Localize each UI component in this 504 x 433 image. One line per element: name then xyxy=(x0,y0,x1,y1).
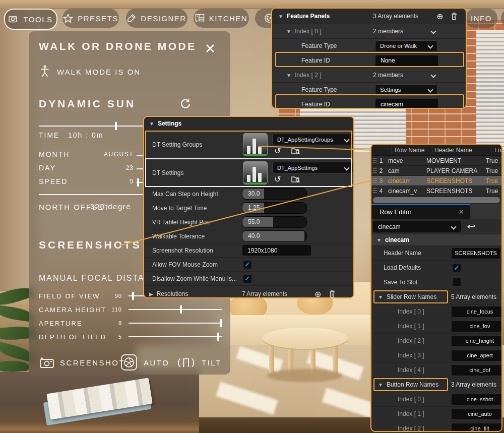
number-input[interactable]: 55.0 xyxy=(242,216,307,228)
expand-triangle-icon[interactable]: ▼ xyxy=(378,382,383,388)
feature-type-dropdown[interactable]: Settings xyxy=(375,84,437,96)
drag-handle-icon[interactable] xyxy=(373,177,376,184)
feature-id-input[interactable]: None xyxy=(375,55,438,67)
use-selected-asset-icon[interactable]: ↺ xyxy=(274,146,281,156)
feature-id-row: Feature ID None xyxy=(272,53,466,68)
cell-row-name: move xyxy=(386,157,426,164)
slider-row-names-row[interactable]: ▼ Slider Row Names 5 Array elements xyxy=(371,290,501,304)
text-input[interactable]: cine_dof xyxy=(451,364,502,376)
row-select-dropdown[interactable]: cinecam xyxy=(373,221,461,232)
browse-asset-icon[interactable] xyxy=(291,175,300,184)
designer-button[interactable]: DESIGNER xyxy=(126,9,187,28)
settings-field-row: VR Tablet Height Pos 55.0 xyxy=(144,215,353,229)
field-label: Allow FOV Mouse Zoom xyxy=(152,261,218,268)
auto-button[interactable] xyxy=(120,354,138,373)
orange-highlight-frame: ▼ Slider Row Names xyxy=(373,290,448,303)
text-input[interactable]: cine_fov xyxy=(451,321,502,332)
column-header-header-name[interactable]: Header Name xyxy=(432,147,491,154)
feature-type-dropdown[interactable]: Drone or Walk xyxy=(375,40,437,52)
trash-icon[interactable] xyxy=(451,12,458,22)
add-element-icon[interactable]: ⊕ xyxy=(436,12,443,21)
checkbox-checked[interactable]: ✓ xyxy=(243,260,252,269)
asset-dropdown[interactable]: DT_AppSettings xyxy=(272,162,354,173)
chevron-down-icon[interactable] xyxy=(430,72,436,78)
tilt-icon[interactable]: (∏) xyxy=(177,356,196,367)
info-label: INFO xyxy=(471,14,492,23)
star-icon xyxy=(63,14,73,23)
row-number: 1 xyxy=(376,157,386,164)
drag-handle-icon[interactable] xyxy=(373,167,376,174)
checkbox-checked[interactable]: ✓ xyxy=(452,263,461,272)
index-row[interactable]: ▼ Index [ 0 ] 2 members xyxy=(272,24,466,39)
resolutions-label: Resolutions xyxy=(157,290,188,297)
screenshot-button[interactable] xyxy=(39,356,55,371)
index-row[interactable]: ▼ Index [ 2 ] 2 members xyxy=(272,68,466,83)
text-input[interactable]: cine_apert xyxy=(451,350,502,361)
text-input[interactable]: cine_tilt xyxy=(451,423,502,432)
checkbox-unchecked[interactable] xyxy=(452,278,461,287)
window-blinds xyxy=(476,30,504,152)
reset-sun-icon[interactable] xyxy=(180,98,191,111)
dof-slider[interactable] xyxy=(129,333,222,341)
table-row[interactable]: 2 cam PLAYER CAMERA True xyxy=(371,166,501,176)
presets-button[interactable]: PRESETS xyxy=(62,9,119,28)
button-row-names-row[interactable]: ▼ Button Row Names 3 Array elements xyxy=(371,378,501,392)
text-input[interactable]: cine_focus xyxy=(451,306,502,318)
collapsed-triangle-icon[interactable]: ▶ xyxy=(149,291,153,297)
fov-value: 90 xyxy=(104,293,122,299)
number-input[interactable]: 40.0 xyxy=(242,230,307,242)
row-editor-tab[interactable]: Row Editor ✕ xyxy=(371,204,470,219)
aperture-slider[interactable] xyxy=(129,319,222,327)
expand-triangle-icon[interactable]: ▼ xyxy=(376,237,382,243)
dof-value: 5 xyxy=(104,334,122,340)
feature-panels-header[interactable]: ▼ Feature Panels 3 Array elements ⊕ xyxy=(272,9,466,24)
index-label: Index [ 0 ] xyxy=(398,396,424,403)
text-input[interactable]: 1920x1080 xyxy=(242,244,311,256)
expand-triangle-icon[interactable]: ▼ xyxy=(149,121,154,127)
resolutions-row[interactable]: ▶ Resolutions 7 Array elements ⊕ xyxy=(144,286,353,298)
chevron-down-icon[interactable] xyxy=(430,28,436,34)
text-input[interactable]: cine_sshot xyxy=(451,394,502,405)
reset-row-icon[interactable]: ↩ xyxy=(467,221,476,232)
feature-type-label: Feature Type xyxy=(301,42,337,49)
array-index-row: Index [ 1 ] cine_auto xyxy=(371,407,501,421)
table-row[interactable]: 1 move MOVEMENT True xyxy=(371,156,501,166)
feature-id-input[interactable]: cinecam xyxy=(375,98,438,109)
trash-icon[interactable] xyxy=(329,290,336,298)
close-tab-icon[interactable]: ✕ xyxy=(459,208,464,216)
number-input[interactable]: 1.25 xyxy=(242,202,307,214)
expand-triangle-icon[interactable]: ▼ xyxy=(286,73,291,78)
speed-value: 0 xyxy=(89,178,134,185)
tools-button[interactable]: TOOLS xyxy=(4,9,57,30)
expand-triangle-icon[interactable]: ▼ xyxy=(286,29,291,34)
column-header-row-name[interactable]: Row Name xyxy=(392,147,432,154)
text-input[interactable]: SCREENSHOTS xyxy=(451,248,500,259)
settings-header[interactable]: ▼ Settings xyxy=(144,117,353,131)
table-row[interactable]: 4 cinecam_v SCREENSHOTS True xyxy=(371,186,501,196)
expand-triangle-icon[interactable]: ▼ xyxy=(278,14,283,19)
camera-height-slider[interactable] xyxy=(129,305,222,314)
column-header-load[interactable]: Loa xyxy=(491,147,501,154)
drag-handle-icon[interactable] xyxy=(373,188,376,194)
array-index-row: Index [ 2 ] cine_tilt xyxy=(371,421,501,432)
text-input[interactable]: cine_auto xyxy=(451,408,502,420)
drag-handle-icon[interactable] xyxy=(373,157,376,164)
asset-dropdown[interactable]: DT_AppSettingGroups xyxy=(272,134,354,145)
use-selected-asset-icon[interactable]: ↺ xyxy=(274,174,281,184)
asset-thumbnail[interactable] xyxy=(243,161,268,184)
table-row-selected[interactable]: 3 cinecam SCREENSHOTS True xyxy=(371,176,501,186)
asset-thumbnail[interactable] xyxy=(243,133,268,156)
close-icon[interactable] xyxy=(205,43,215,55)
checkbox-checked[interactable]: ✓ xyxy=(243,274,252,283)
expand-triangle-icon[interactable]: ▼ xyxy=(378,294,383,300)
horizontal-scrollbar[interactable] xyxy=(373,197,500,203)
cinecam-category-header[interactable]: ▼ cinecam xyxy=(371,234,501,246)
number-input[interactable]: 30.0 xyxy=(242,188,307,200)
kitchen-button[interactable]: KITCHEN xyxy=(194,9,249,28)
settings-check-row: Disallow Zoom While Menu Is... ✓ xyxy=(144,272,353,286)
add-element-icon[interactable]: ⊕ xyxy=(314,289,321,298)
text-input[interactable]: cine_height xyxy=(451,335,502,347)
cell-load: True xyxy=(484,167,501,174)
browse-asset-icon[interactable] xyxy=(291,147,300,156)
info-button[interactable]: INFO xyxy=(465,9,497,28)
